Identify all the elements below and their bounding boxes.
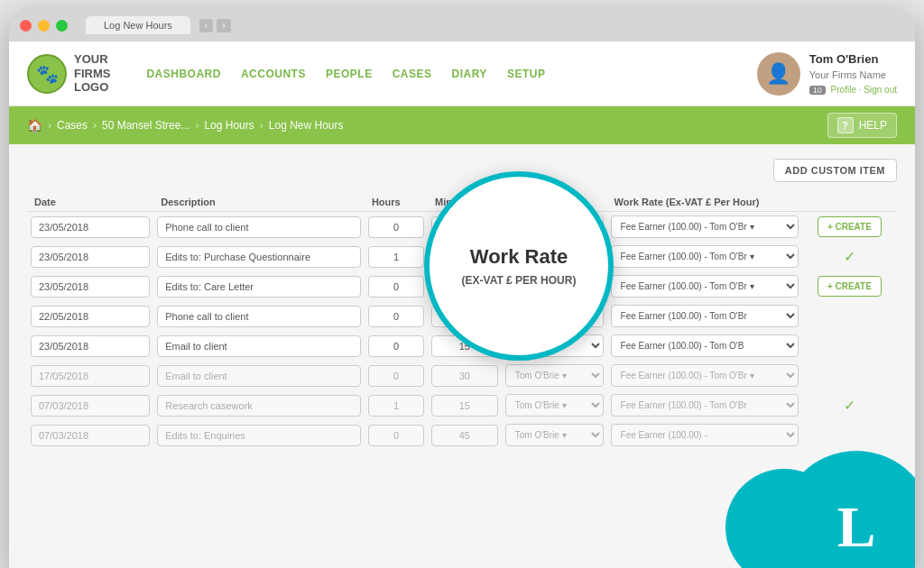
user-select[interactable]: Tom O'Brie ▾ [505, 305, 604, 327]
avatar: 👤 [757, 52, 800, 96]
breadcrumb-cases[interactable]: Cases [57, 119, 88, 132]
profile-link[interactable]: Profile [831, 85, 856, 95]
create-button[interactable]: + CREATE [818, 276, 882, 297]
nav-cases[interactable]: CASES [393, 68, 432, 80]
user-select[interactable]: Tom O'Brie ▾ [505, 424, 604, 446]
minutes-input[interactable] [431, 425, 498, 446]
hours-input[interactable] [368, 246, 424, 268]
minutes-input[interactable] [431, 395, 498, 417]
home-icon[interactable]: 🏠 [27, 118, 42, 133]
browser-tab[interactable]: Log New Hours [86, 16, 190, 34]
col-header-desc: Description [153, 193, 365, 212]
description-input[interactable] [157, 216, 361, 238]
col-header-date: Date [27, 193, 153, 212]
rate-select[interactable]: Fee Earner (100.00) - Tom O'B [611, 334, 799, 357]
cell-desc [153, 420, 365, 450]
cell-date [27, 212, 153, 242]
date-input[interactable] [31, 246, 150, 268]
col-header-rate: Work Rate (Ex-VAT £ Per Hour) [607, 193, 802, 212]
user-select[interactable]: Tom O'Brie ▾ [505, 364, 604, 387]
hours-input[interactable] [368, 395, 424, 417]
description-input[interactable] [157, 276, 361, 298]
logo-icon: 🐾 [27, 54, 67, 94]
date-input[interactable] [31, 425, 150, 446]
date-input[interactable] [31, 216, 150, 238]
description-input[interactable] [157, 425, 361, 446]
help-button[interactable]: ? HELP [827, 113, 897, 138]
user-select[interactable]: Tom O'Brie ▾ [505, 394, 604, 417]
minutes-input[interactable] [431, 306, 498, 327]
table-row: Tom O'Brie ▾ Fee Earner (100.00) - Tom O… [27, 361, 897, 390]
nav-setup[interactable]: SETUP [507, 68, 546, 80]
rate-select[interactable]: Fee Earner (100.00) - Tom O'Br ▾ [611, 215, 799, 238]
breadcrumb-address[interactable]: 50 Mansel Stree... [102, 119, 189, 132]
close-button[interactable] [20, 20, 32, 32]
cell-date [27, 361, 153, 390]
hours-input[interactable] [368, 425, 424, 446]
back-arrow[interactable]: ‹ [199, 19, 213, 32]
minutes-input[interactable] [431, 335, 498, 357]
cell-hours [365, 212, 428, 242]
cell-minutes [428, 242, 502, 271]
cell-desc [153, 271, 365, 301]
rate-select[interactable]: Fee Earner (100.00) - Tom O'Br [611, 394, 799, 417]
minutes-input[interactable] [431, 246, 498, 268]
description-input[interactable] [157, 306, 361, 327]
hours-input[interactable] [368, 335, 424, 357]
rate-select[interactable]: Fee Earner (100.00) - Tom O'Br [611, 305, 799, 327]
mail-badge[interactable]: 10 [809, 86, 826, 95]
col-header-user: User [502, 193, 607, 212]
maximize-button[interactable] [56, 20, 68, 32]
date-input[interactable] [31, 306, 150, 327]
add-custom-button[interactable]: ADD CUSTOM ITEM [773, 159, 897, 182]
cell-date [27, 420, 153, 450]
cell-minutes [428, 420, 502, 450]
cell-date [27, 301, 153, 331]
nav-diary[interactable]: DIARY [451, 68, 486, 80]
date-input[interactable] [31, 276, 150, 298]
description-input[interactable] [157, 365, 361, 387]
hours-input[interactable] [368, 365, 424, 387]
forward-arrow[interactable]: › [217, 19, 230, 32]
hours-input[interactable] [368, 276, 424, 298]
user-name: Tom O'Brien [809, 50, 897, 69]
rate-select[interactable]: Fee Earner (100.00) - Tom O'Br ▾ [611, 275, 799, 298]
create-button[interactable]: + CREATE [818, 216, 882, 237]
minutes-input[interactable] [431, 365, 498, 387]
user-select[interactable]: Tom O'Brie ▾ [505, 334, 604, 357]
cell-desc [153, 331, 365, 361]
cell-user: Tom O'Brie ▾ [502, 242, 607, 271]
cell-rate: Fee Earner (100.00) - Tom O'Br [607, 301, 802, 331]
signout-link[interactable]: Sign out [864, 85, 897, 95]
logo-area: 🐾 YOUR FIRMS LOGO [27, 52, 110, 95]
nav-accounts[interactable]: ACCOUNTS [241, 68, 306, 80]
cell-date [27, 242, 153, 271]
description-input[interactable] [157, 335, 361, 357]
user-select[interactable]: Tom O'Brie ▾ [505, 245, 604, 268]
logo-text: YOUR FIRMS LOGO [74, 52, 110, 95]
minimize-button[interactable] [38, 20, 50, 32]
nav-people[interactable]: PEOPLE [326, 68, 373, 80]
minutes-input[interactable] [431, 216, 498, 238]
cell-user: Tom O'Brie ▾ [502, 331, 607, 361]
rate-select[interactable]: Fee Earner (100.00) - [611, 424, 799, 446]
hours-input[interactable] [368, 306, 424, 327]
hours-input[interactable] [368, 216, 424, 238]
header: 🐾 YOUR FIRMS LOGO DASHBOARD ACCOUNTS PEO… [9, 41, 915, 106]
cell-rate: Fee Earner (100.00) - Tom O'Br ▾ [607, 212, 802, 242]
date-input[interactable] [31, 395, 150, 417]
rate-select[interactable]: Fee Earner (100.00) - Tom O'Br ▾ [611, 364, 799, 387]
table-row: Tom O'Brie ▾ Fee Earner (100.00) - Tom O… [27, 271, 897, 301]
user-select[interactable]: Tom O'Brie ▾ [505, 275, 604, 298]
description-input[interactable] [157, 395, 361, 417]
date-input[interactable] [31, 365, 150, 387]
cell-hours [365, 420, 428, 450]
nav-dashboard[interactable]: DASHBOARD [146, 68, 221, 80]
minutes-input[interactable] [431, 276, 498, 298]
description-input[interactable] [157, 246, 361, 268]
cell-user: Tom O'Brie ▾ [502, 420, 607, 450]
date-input[interactable] [31, 335, 150, 357]
rate-select[interactable]: Fee Earner (100.00) - Tom O'Br ▾ [611, 245, 799, 268]
user-select[interactable]: Tom O'Brie ▾ [505, 215, 604, 238]
breadcrumb-log-hours[interactable]: Log Hours [204, 119, 254, 132]
